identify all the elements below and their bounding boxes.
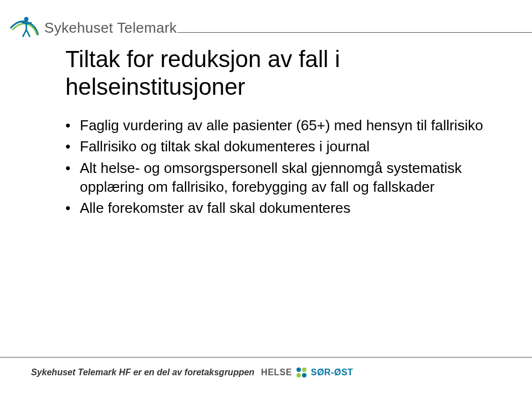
list-item: Faglig vurdering av alle pasienter (65+)…: [65, 116, 499, 135]
svg-point-3: [296, 373, 301, 377]
svg-point-2: [302, 368, 306, 372]
content-area: Tiltak for reduksjon av fall i helseinst…: [65, 45, 499, 220]
list-item: Alle forekomster av fall skal dokumenter…: [65, 198, 499, 217]
logo-text: Sykehuset Telemark: [44, 19, 177, 37]
slide: Sykehuset Telemark Tiltak for reduksjon …: [0, 0, 532, 393]
slide-title: Tiltak for reduksjon av fall i helseinst…: [65, 45, 499, 100]
svg-point-1: [296, 368, 301, 372]
footer: Sykehuset Telemark HF er en del av foret…: [31, 365, 353, 380]
footer-brand-word-1: HELSE: [261, 368, 292, 377]
footer-text: Sykehuset Telemark HF er en del av foret…: [31, 368, 254, 377]
svg-point-4: [302, 373, 306, 377]
person-swoosh-icon: [10, 13, 39, 42]
header-logo: Sykehuset Telemark: [10, 13, 177, 42]
footer-divider: [0, 357, 532, 358]
list-item: Alt helse- og omsorgspersonell skal gjen…: [65, 159, 499, 197]
footer-brand-word-2: SØR-ØST: [311, 368, 353, 377]
bullet-list: Faglig vurdering av alle pasienter (65+)…: [65, 116, 499, 218]
header-divider: [177, 32, 532, 33]
svg-point-0: [24, 17, 29, 22]
helse-sor-ost-logo: HELSE SØR-ØST: [261, 365, 353, 380]
dots-icon: [294, 365, 309, 380]
list-item: Fallrisiko og tiltak skal dokumenteres i…: [65, 137, 499, 156]
